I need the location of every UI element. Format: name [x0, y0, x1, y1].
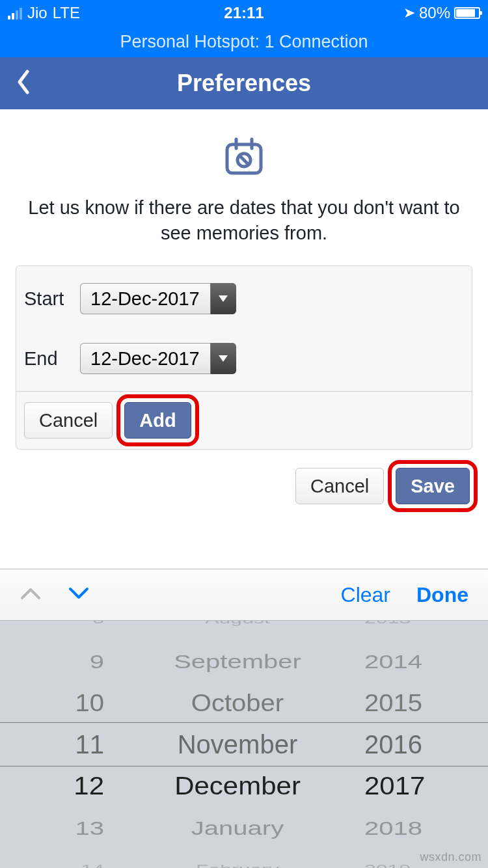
status-left: Jio LTE: [8, 4, 80, 22]
calendar-block-icon: [223, 135, 265, 180]
picker-actions: Clear Done: [341, 583, 468, 607]
page-title: Preferences: [177, 70, 311, 97]
add-button[interactable]: Add: [124, 402, 191, 439]
picker-toolbar: Clear Done: [0, 569, 488, 621]
month-wheel[interactable]: August September October November Decemb…: [130, 621, 345, 868]
end-label: End: [24, 348, 80, 370]
cancel-button[interactable]: Cancel: [295, 468, 384, 504]
content: Let us know if there are dates that you …: [0, 109, 488, 504]
year-wheel[interactable]: 2013 2014 2015 2016 2017 2018 2019: [345, 621, 488, 868]
chevron-down-icon: [210, 283, 236, 314]
start-label: Start: [24, 288, 80, 310]
end-date-dropdown[interactable]: 12-Dec-2017: [80, 343, 236, 374]
date-picker: Clear Done 8 9 10 11 12 13 14 August Sep…: [0, 569, 488, 868]
cancel-button[interactable]: Cancel: [24, 402, 113, 439]
back-button[interactable]: [16, 69, 31, 98]
picker-nav: [20, 586, 90, 603]
done-button[interactable]: Done: [416, 583, 468, 607]
next-field-button[interactable]: [68, 586, 90, 603]
start-row: Start 12-Dec-2017: [16, 266, 472, 331]
picker-wheels[interactable]: 8 9 10 11 12 13 14 August September Octo…: [0, 621, 488, 868]
signal-icon: [8, 7, 22, 20]
hotspot-bar[interactable]: Personal Hotspot: 1 Connection: [0, 26, 488, 57]
clock: 21:11: [224, 4, 264, 22]
svg-marker-5: [219, 295, 228, 302]
status-bar: Jio LTE 21:11 ➤ 80%: [0, 0, 488, 26]
battery-icon: [454, 7, 480, 19]
description-text: Let us know if there are dates that you …: [16, 195, 472, 246]
nav-bar: Preferences: [0, 57, 488, 109]
start-date-value: 12-Dec-2017: [80, 283, 210, 314]
end-date-value: 12-Dec-2017: [80, 343, 210, 374]
carrier-label: Jio: [27, 4, 47, 22]
date-range-box: Start 12-Dec-2017 End 12-Dec-2017 Cancel…: [16, 265, 472, 450]
start-date-dropdown[interactable]: 12-Dec-2017: [80, 283, 236, 314]
clear-button[interactable]: Clear: [341, 583, 390, 607]
day-wheel[interactable]: 8 9 10 11 12 13 14: [0, 621, 130, 868]
end-row: End 12-Dec-2017: [16, 331, 472, 391]
svg-line-4: [239, 156, 249, 165]
chevron-down-icon: [210, 343, 236, 374]
save-button[interactable]: Save: [396, 468, 470, 504]
status-right: ➤ 80%: [403, 4, 480, 22]
location-icon: ➤: [403, 5, 415, 21]
network-label: LTE: [53, 4, 80, 22]
watermark: wsxdn.com: [420, 850, 481, 864]
battery-label: 80%: [419, 4, 450, 22]
svg-marker-6: [219, 355, 228, 362]
prev-field-button[interactable]: [20, 586, 42, 603]
page-actions: Cancel Save: [16, 468, 472, 504]
box-actions: Cancel Add: [16, 391, 472, 449]
